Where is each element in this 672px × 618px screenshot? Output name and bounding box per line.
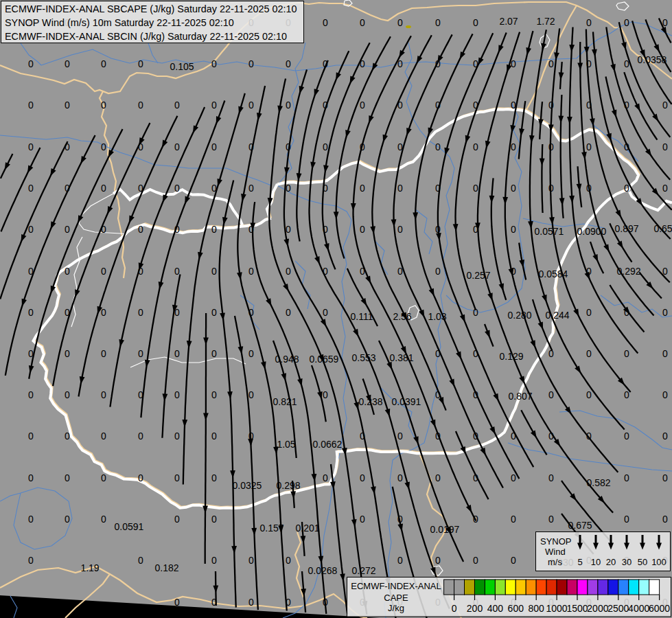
svg-text:J/kg: J/kg	[388, 603, 404, 613]
svg-text:0: 0	[323, 597, 328, 608]
svg-text:0: 0	[101, 183, 106, 194]
svg-text:0.0571: 0.0571	[535, 226, 564, 237]
svg-text:0: 0	[286, 224, 291, 235]
svg-text:0: 0	[28, 224, 34, 235]
svg-text:0: 0	[397, 266, 403, 277]
svg-text:0: 0	[286, 58, 291, 69]
svg-text:0.280: 0.280	[507, 310, 531, 321]
svg-text:0: 0	[360, 100, 365, 111]
svg-text:0: 0	[473, 514, 478, 525]
svg-text:0: 0	[323, 307, 328, 318]
svg-text:CAPE: CAPE	[384, 593, 408, 603]
svg-text:0: 0	[65, 224, 70, 235]
svg-text:0: 0	[435, 58, 441, 69]
svg-text:0: 0	[248, 597, 254, 608]
svg-text:0: 0	[662, 100, 668, 111]
svg-text:0: 0	[28, 472, 34, 483]
svg-text:0: 0	[662, 307, 668, 318]
svg-text:0: 0	[624, 389, 629, 400]
svg-text:0: 0	[452, 603, 457, 614]
svg-text:0: 0	[174, 183, 180, 194]
svg-text:0: 0	[211, 100, 217, 111]
svg-text:0: 0	[286, 266, 291, 277]
svg-text:0: 0	[548, 472, 554, 483]
svg-text:0: 0	[397, 431, 403, 442]
svg-text:0: 0	[624, 58, 629, 69]
svg-text:0: 0	[174, 389, 180, 400]
svg-text:0: 0	[624, 17, 629, 28]
svg-text:0: 0	[65, 514, 70, 525]
svg-text:0: 0	[662, 389, 668, 400]
svg-text:10: 10	[591, 557, 601, 567]
svg-text:0: 0	[548, 389, 554, 400]
svg-text:0: 0	[101, 266, 106, 277]
svg-text:0.0662: 0.0662	[313, 439, 343, 450]
svg-text:0: 0	[511, 224, 516, 235]
svg-text:0: 0	[101, 58, 106, 69]
svg-text:0: 0	[548, 141, 554, 152]
svg-text:0: 0	[323, 472, 328, 483]
svg-text:0: 0	[662, 472, 668, 483]
svg-text:0: 0	[174, 597, 180, 608]
svg-text:0: 0	[101, 431, 106, 442]
svg-text:0: 0	[65, 307, 70, 318]
svg-text:0: 0	[586, 307, 592, 318]
svg-text:0: 0	[101, 307, 106, 318]
svg-text:1500: 1500	[566, 603, 588, 614]
svg-text:0: 0	[211, 266, 217, 277]
svg-text:0: 0	[28, 58, 34, 69]
svg-text:0: 0	[360, 141, 365, 152]
svg-text:0: 0	[286, 141, 291, 152]
svg-text:0.897: 0.897	[614, 223, 638, 234]
svg-text:0: 0	[211, 555, 217, 566]
svg-text:ECMWF-INDEX-ANAL SBCIN (J/kg): ECMWF-INDEX-ANAL SBCIN (J/kg) Saturday 2…	[5, 31, 287, 42]
svg-text:0: 0	[286, 183, 291, 194]
svg-text:0: 0	[211, 183, 217, 194]
svg-text:0.0358: 0.0358	[638, 54, 667, 65]
svg-text:0.0197: 0.0197	[430, 524, 460, 535]
svg-text:m/s: m/s	[548, 557, 562, 567]
svg-text:0: 0	[248, 348, 254, 359]
svg-text:0: 0	[586, 266, 592, 277]
svg-text:0.201: 0.201	[295, 523, 319, 534]
svg-text:0.553: 0.553	[351, 352, 375, 363]
svg-text:0: 0	[248, 307, 254, 318]
svg-text:0.0659: 0.0659	[310, 354, 339, 365]
svg-text:0: 0	[65, 100, 70, 111]
svg-text:0: 0	[323, 183, 328, 194]
svg-text:0: 0	[511, 472, 516, 483]
svg-text:0: 0	[360, 17, 365, 28]
svg-text:0: 0	[248, 266, 254, 277]
svg-text:0: 0	[473, 472, 478, 483]
svg-text:0: 0	[511, 431, 516, 442]
svg-text:0: 0	[211, 389, 217, 400]
svg-text:0.157: 0.157	[259, 523, 283, 534]
svg-text:0: 0	[473, 100, 478, 111]
svg-text:0: 0	[473, 17, 478, 28]
svg-text:0: 0	[174, 431, 180, 442]
svg-text:0: 0	[211, 307, 217, 318]
svg-text:0: 0	[28, 266, 34, 277]
svg-text:0: 0	[662, 431, 668, 442]
svg-text:0: 0	[548, 100, 554, 111]
svg-text:0.182: 0.182	[154, 562, 178, 573]
svg-text:30: 30	[622, 557, 632, 567]
svg-text:0: 0	[624, 183, 629, 194]
svg-text:0: 0	[624, 307, 629, 318]
svg-text:0: 0	[624, 514, 629, 525]
svg-text:0: 0	[323, 266, 328, 277]
svg-text:600: 600	[508, 603, 524, 614]
svg-text:0: 0	[138, 183, 143, 194]
svg-text:0: 0	[360, 266, 365, 277]
svg-text:20: 20	[606, 557, 616, 567]
svg-text:0: 0	[248, 141, 254, 152]
svg-text:0: 0	[435, 266, 441, 277]
svg-text:0: 0	[65, 389, 70, 400]
svg-text:0: 0	[28, 389, 34, 400]
svg-text:2500: 2500	[607, 603, 629, 614]
svg-text:0: 0	[586, 17, 592, 28]
svg-text:0: 0	[211, 348, 217, 359]
svg-text:0: 0	[174, 266, 180, 277]
svg-text:0: 0	[101, 472, 106, 483]
svg-text:0: 0	[473, 307, 478, 318]
